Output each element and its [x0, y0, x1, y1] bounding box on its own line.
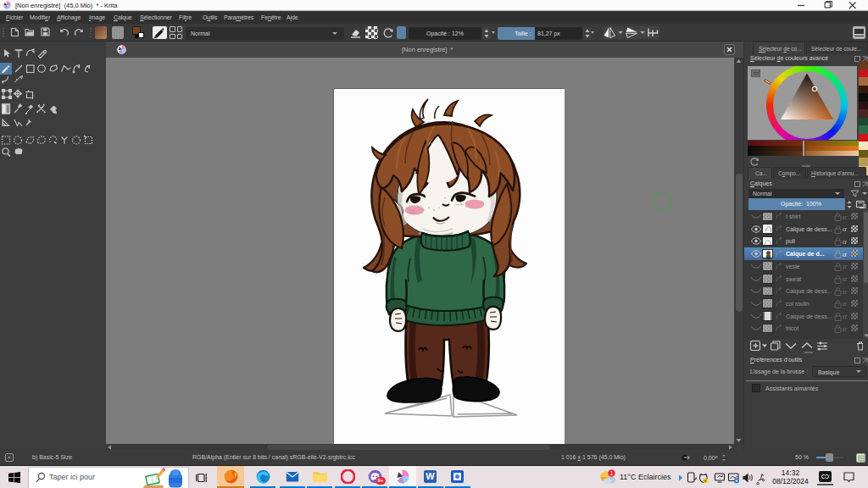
svg-text:1: 1 [610, 470, 614, 476]
